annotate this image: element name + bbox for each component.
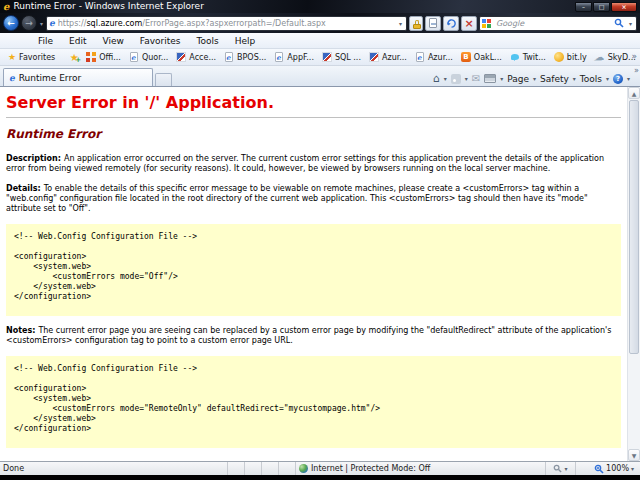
favorites-star-icon: ★ bbox=[8, 52, 16, 62]
favorites-item[interactable]: eAppF... bbox=[270, 52, 318, 62]
zoom-widget-icon bbox=[553, 464, 562, 473]
search-dropdown-icon[interactable]: ▾ bbox=[627, 20, 634, 27]
minimize-button[interactable]: – bbox=[575, 2, 592, 12]
scroll-down-icon[interactable]: ▼ bbox=[628, 449, 640, 461]
home-icon[interactable]: ⌂ bbox=[433, 73, 440, 84]
menu-favorites[interactable]: Favorites bbox=[132, 33, 189, 49]
page-viewport: Server Error in '/' Application. Runtime… bbox=[0, 87, 640, 461]
tab-bar: e Runtime Error ⌂ ▾ ▾ ✉ ▾ Page ▾ Safety … bbox=[0, 66, 640, 87]
code-block-default-redirect: <!-- Web.Config Configuration File --> <… bbox=[6, 356, 621, 448]
zoom-widget-button[interactable]: ▾ bbox=[546, 462, 576, 475]
details-paragraph: Details:To enable the details of this sp… bbox=[6, 184, 621, 214]
page-dropdown-icon[interactable]: ▾ bbox=[533, 75, 536, 82]
azure-icon bbox=[176, 52, 186, 62]
security-lock-icon[interactable] bbox=[409, 16, 423, 31]
security-zone-indicator[interactable]: Internet | Protected Mode: Off bbox=[296, 462, 546, 475]
safety-menu-button[interactable]: Safety bbox=[540, 74, 569, 84]
tab-runtime-error[interactable]: e Runtime Error bbox=[3, 68, 153, 86]
search-box[interactable]: ▾ bbox=[479, 16, 637, 31]
favorites-item[interactable]: bit.ly bbox=[550, 52, 591, 62]
add-to-favorites-bar-button[interactable]: ★ + bbox=[69, 52, 79, 62]
help-dropdown-icon[interactable]: ▾ bbox=[627, 75, 630, 82]
broken-page-icon bbox=[429, 18, 437, 28]
browser-window: e Runtime Error - Windows Internet Explo… bbox=[0, 0, 640, 480]
notes-paragraph: Notes:The current error page you are see… bbox=[6, 326, 621, 346]
favorites-item[interactable]: Azur... bbox=[365, 52, 411, 62]
office-icon bbox=[86, 52, 96, 62]
feeds-dropdown-icon[interactable]: ▾ bbox=[465, 75, 468, 82]
ie-page-icon: e bbox=[130, 52, 138, 62]
page-favicon-icon: e bbox=[49, 18, 55, 28]
favorites-item[interactable]: Twit... bbox=[506, 52, 550, 62]
command-bar: ⌂ ▾ ▾ ✉ ▾ Page ▾ Safety ▾ Tools ▾ ? ▾ bbox=[433, 73, 630, 84]
address-input[interactable]: e https://sql.azure.com/ErrorPage.aspx?a… bbox=[46, 16, 407, 31]
window-bottom-edge bbox=[0, 475, 640, 480]
safety-dropdown-icon[interactable]: ▾ bbox=[573, 75, 576, 82]
read-mail-icon[interactable]: ✉ bbox=[472, 74, 480, 84]
favorites-item[interactable]: SQL ... bbox=[318, 52, 365, 62]
new-tab-button[interactable] bbox=[155, 73, 172, 86]
menu-view[interactable]: View bbox=[95, 33, 132, 49]
url-domain: sql.azure.com bbox=[86, 19, 142, 28]
status-segment bbox=[245, 462, 262, 475]
search-magnifier-icon[interactable] bbox=[614, 18, 624, 28]
menu-edit[interactable]: Edit bbox=[61, 33, 94, 49]
print-dropdown-icon[interactable]: ▾ bbox=[500, 75, 503, 82]
internet-zone-globe-icon bbox=[299, 464, 308, 473]
help-icon[interactable]: ? bbox=[613, 74, 623, 84]
tools-dropdown-icon[interactable]: ▾ bbox=[606, 75, 609, 82]
description-label: Description: bbox=[6, 154, 61, 163]
page-menu-button[interactable]: Page bbox=[507, 74, 529, 84]
address-dropdown-icon[interactable]: ▾ bbox=[397, 20, 404, 27]
stop-button[interactable]: × bbox=[461, 16, 477, 31]
window-controls: – □ × bbox=[575, 2, 637, 12]
back-button[interactable]: ← bbox=[3, 15, 19, 31]
zoom-level-text: 100% bbox=[606, 464, 629, 473]
maximize-button[interactable]: □ bbox=[593, 2, 610, 12]
details-text: To enable the details of this specific e… bbox=[6, 184, 588, 213]
favorites-item[interactable]: eBPOS... bbox=[220, 52, 270, 62]
vertical-scrollbar[interactable]: ▲ ▼ bbox=[627, 87, 640, 461]
status-segment bbox=[279, 462, 296, 475]
scroll-up-icon[interactable]: ▲ bbox=[628, 87, 640, 99]
print-icon[interactable] bbox=[484, 74, 496, 83]
zone-text: Internet | Protected Mode: Off bbox=[311, 464, 430, 473]
home-dropdown-icon[interactable]: ▾ bbox=[444, 75, 447, 82]
zoom-level-button[interactable]: 100% ▾ bbox=[576, 462, 640, 475]
tools-menu-button[interactable]: Tools bbox=[580, 74, 602, 84]
scrollbar-thumb[interactable] bbox=[629, 100, 639, 354]
compatibility-view-button[interactable] bbox=[425, 16, 441, 31]
favorites-item[interactable]: BOakL... bbox=[457, 52, 506, 62]
menu-help[interactable]: Help bbox=[227, 33, 264, 49]
page-title: Server Error in '/' Application. bbox=[6, 93, 621, 112]
skydrive-cloud-icon: ☁ bbox=[595, 52, 605, 62]
ie-logo-icon: e bbox=[3, 2, 9, 12]
notes-label: Notes: bbox=[6, 326, 35, 335]
feeds-icon[interactable] bbox=[451, 74, 461, 84]
code-block-custom-errors-off: <!-- Web.Config Configuration File --> <… bbox=[6, 224, 621, 316]
refresh-button[interactable] bbox=[443, 16, 459, 31]
menu-tools[interactable]: Tools bbox=[189, 33, 227, 49]
favorites-item[interactable]: eAzur... bbox=[411, 52, 457, 62]
description-text: An application error occurred on the ser… bbox=[6, 154, 604, 173]
ie-page-icon: e bbox=[225, 52, 233, 62]
favorites-item[interactable]: Acce... bbox=[172, 52, 220, 62]
forward-button[interactable]: → bbox=[21, 15, 37, 31]
favorites-button[interactable]: ★ Favorites bbox=[4, 52, 61, 62]
favorites-item[interactable]: eQuor... bbox=[125, 52, 172, 62]
menu-file[interactable]: File bbox=[30, 33, 61, 49]
bitly-icon bbox=[554, 52, 564, 62]
search-input[interactable] bbox=[494, 18, 611, 29]
close-button[interactable]: × bbox=[611, 2, 637, 12]
refresh-icon bbox=[446, 18, 457, 29]
favorites-overflow-chevron-icon[interactable]: » bbox=[631, 51, 637, 61]
window-title: Runtime Error - Windows Internet Explore… bbox=[13, 0, 575, 13]
favorites-item[interactable]: Offi... bbox=[82, 52, 125, 62]
azure-icon bbox=[369, 52, 379, 62]
navigation-bar: ← → ▾ e https://sql.azure.com/ErrorPage.… bbox=[0, 13, 640, 33]
tab-label: Runtime Error bbox=[19, 73, 81, 83]
twitter-icon bbox=[510, 52, 520, 62]
command-bar-overflow-chevron-icon[interactable]: » bbox=[634, 66, 639, 75]
recent-pages-dropdown-icon[interactable]: ▾ bbox=[39, 20, 44, 27]
menu-bar: File Edit View Favorites Tools Help bbox=[0, 33, 640, 49]
